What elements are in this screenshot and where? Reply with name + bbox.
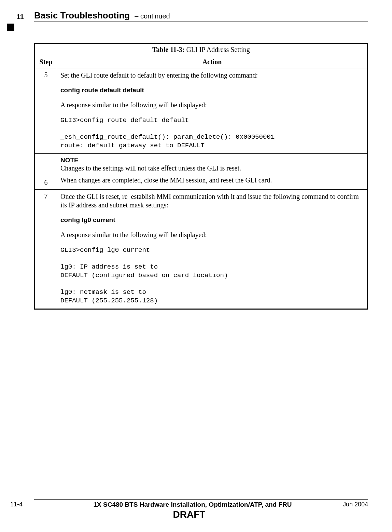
header-bar: 11 Basic Troubleshooting – continued — [10, 10, 368, 21]
title-wrap: Basic Troubleshooting – continued — [24, 10, 368, 21]
table-caption-prefix: Table 11-3: — [152, 46, 184, 53]
col-header-action: Action — [57, 56, 368, 68]
step5-output: GLI3>config route default default _esh_c… — [60, 116, 364, 150]
table-header-row: Step Action — [35, 56, 368, 68]
step7-response-intro: A response similar to the following will… — [60, 231, 364, 239]
continued-label: – continued — [135, 12, 170, 20]
step-number: 5 — [35, 68, 57, 154]
table-caption-row: Table 11-3: GLI IP Address Setting — [35, 43, 368, 56]
step5-command: config route default default — [60, 86, 364, 94]
action-cell: Once the GLI is reset, re–establish MMI … — [57, 189, 368, 309]
footer-rule — [34, 499, 368, 500]
page-footer: 11-4 1X SC480 BTS Hardware Installation,… — [10, 499, 368, 520]
side-tab-icon — [7, 21, 14, 31]
step-number: 7 — [35, 189, 57, 309]
chapter-number: 11 — [10, 13, 24, 21]
title-rule — [34, 22, 368, 22]
footer-doc-title: 1X SC480 BTS Hardware Installation, Opti… — [61, 501, 324, 508]
table-caption-text: GLI IP Address Setting — [184, 46, 250, 53]
step5-response-intro: A response similar to the following will… — [60, 101, 364, 109]
step6-action: When changes are completed, close the MM… — [60, 176, 364, 185]
page-title: Basic Troubleshooting — [34, 10, 130, 21]
table-row: 6 NOTE Changes to the settings will not … — [35, 153, 368, 189]
action-cell: NOTE Changes to the settings will not ta… — [57, 153, 368, 189]
note-body: Changes to the settings will not take ef… — [60, 164, 364, 173]
action-cell: Set the GLI route default to default by … — [57, 68, 368, 154]
footer-date: Jun 2004 — [324, 501, 368, 508]
content-area: Table 11-3: GLI IP Address Setting Step … — [34, 43, 368, 310]
step7-command: config lg0 current — [60, 216, 364, 224]
step5-intro: Set the GLI route default to default by … — [60, 71, 364, 80]
table-row: 7 Once the GLI is reset, re–establish MM… — [35, 189, 368, 309]
step-number: 6 — [35, 153, 57, 189]
note-heading: NOTE — [60, 156, 364, 164]
procedure-table: Table 11-3: GLI IP Address Setting Step … — [34, 43, 368, 310]
col-header-step: Step — [35, 56, 57, 68]
table-row: 5 Set the GLI route default to default b… — [35, 68, 368, 154]
draft-label: DRAFT — [10, 509, 368, 520]
footer-row: 11-4 1X SC480 BTS Hardware Installation,… — [10, 501, 368, 508]
page: 11 Basic Troubleshooting – continued Tab… — [0, 0, 392, 532]
step7-intro: Once the GLI is reset, re–establish MMI … — [60, 192, 364, 209]
step7-output: GLI3>config lg0 current lg0: IP address … — [60, 246, 364, 305]
page-number: 11-4 — [10, 501, 61, 508]
